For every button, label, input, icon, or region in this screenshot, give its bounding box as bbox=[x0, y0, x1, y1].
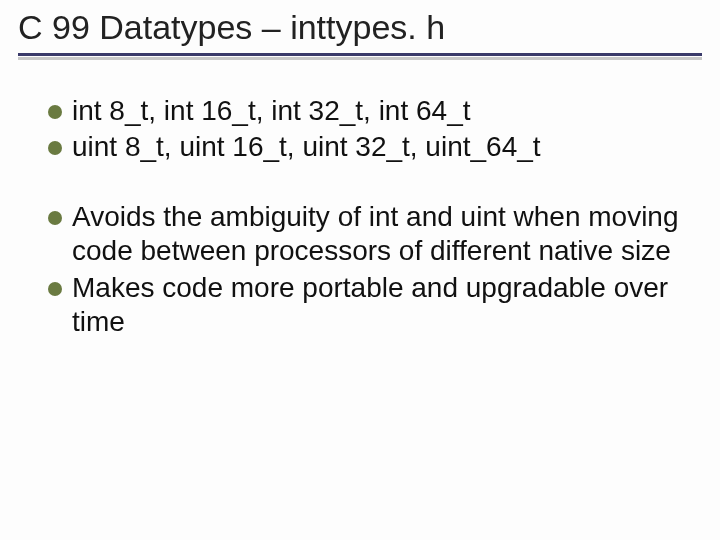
slide-title: C 99 Datatypes – inttypes. h bbox=[18, 8, 702, 47]
bullet-icon bbox=[48, 282, 62, 296]
bullet-group-1: int 8_t, int 16_t, int 32_t, int 64_t ui… bbox=[48, 94, 680, 164]
bullet-group-2: Avoids the ambiguity of int and uint whe… bbox=[48, 200, 680, 339]
bullet-text: Avoids the ambiguity of int and uint whe… bbox=[72, 200, 680, 268]
bullet-icon bbox=[48, 211, 62, 225]
bullet-icon bbox=[48, 141, 62, 155]
list-item: int 8_t, int 16_t, int 32_t, int 64_t bbox=[48, 94, 680, 128]
list-item: Makes code more portable and upgradable … bbox=[48, 271, 680, 339]
title-underline bbox=[18, 53, 702, 56]
bullet-text: Makes code more portable and upgradable … bbox=[72, 271, 680, 339]
slide-body: int 8_t, int 16_t, int 32_t, int 64_t ui… bbox=[0, 60, 720, 339]
list-item: uint 8_t, uint 16_t, uint 32_t, uint_64_… bbox=[48, 130, 680, 164]
title-area: C 99 Datatypes – inttypes. h bbox=[0, 0, 720, 60]
bullet-icon bbox=[48, 105, 62, 119]
list-item: Avoids the ambiguity of int and uint whe… bbox=[48, 200, 680, 268]
slide: C 99 Datatypes – inttypes. h int 8_t, in… bbox=[0, 0, 720, 540]
bullet-text: uint 8_t, uint 16_t, uint 32_t, uint_64_… bbox=[72, 130, 680, 164]
bullet-text: int 8_t, int 16_t, int 32_t, int 64_t bbox=[72, 94, 680, 128]
